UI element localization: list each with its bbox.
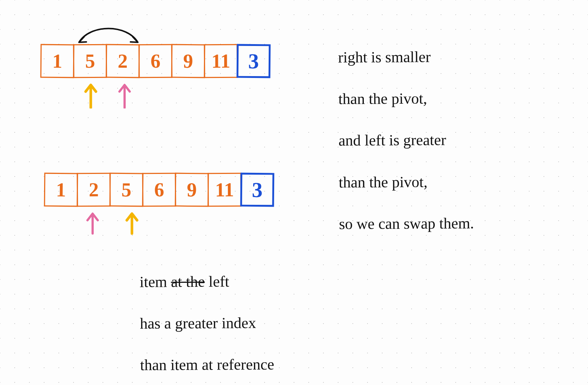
note-line: and left is greater [338,132,446,149]
txt-strike: at the [171,273,205,290]
left-pointer-arrow [124,211,140,237]
cell-value: 6 [150,50,160,72]
cell-value: 3 [252,177,263,202]
cell-value: 3 [248,49,259,73]
cell-value: 5 [121,178,132,201]
cell-value: 11 [211,50,230,72]
cell: 1 [44,173,78,207]
cell: 1 [40,44,75,78]
cell-value: 1 [52,50,62,72]
cell: 2 [77,173,111,207]
annotation-swap-explain: right is smaller than the pivot, and lef… [330,25,474,235]
cell-pivot: 3 [240,173,275,207]
annotation-finished-compare: item at the left has a greater index tha… [132,249,381,385]
array-row-1: 1 5 2 6 9 11 3 [40,44,270,78]
cell: 5 [73,44,107,78]
cell-value: 11 [215,178,234,201]
cell-value: 1 [56,178,66,201]
cell-value: 2 [89,178,98,201]
note-line: so we can swap them. [339,215,474,232]
note-line-partial: item at the left [140,273,229,290]
cell: 11 [208,173,242,207]
note-line: than item at reference [140,356,274,374]
cell: 11 [204,44,238,78]
txt: item [140,273,171,290]
cell: 2 [106,44,140,78]
cell-pivot: 3 [237,44,271,78]
cell-value: 5 [85,50,95,72]
txt: left [205,273,229,290]
cell: 5 [110,173,144,207]
note-line: than the pivot, [339,173,428,190]
right-pointer-arrow [85,211,101,237]
cell-value: 6 [154,178,164,201]
note-line: has a greater index [140,314,256,332]
cell-value: 2 [118,50,128,72]
note-line: right is smaller [338,48,431,65]
cell: 9 [175,173,209,207]
cell: 6 [139,44,173,78]
right-pointer-arrow [116,83,133,108]
cell: 6 [142,173,176,207]
cell: 9 [171,44,205,78]
array-row-2: 1 2 5 6 9 11 3 [44,173,274,207]
cell-value: 9 [183,50,193,72]
cell-value: 9 [187,178,197,201]
left-pointer-arrow [83,83,99,108]
note-line: than the pivot, [338,90,427,107]
